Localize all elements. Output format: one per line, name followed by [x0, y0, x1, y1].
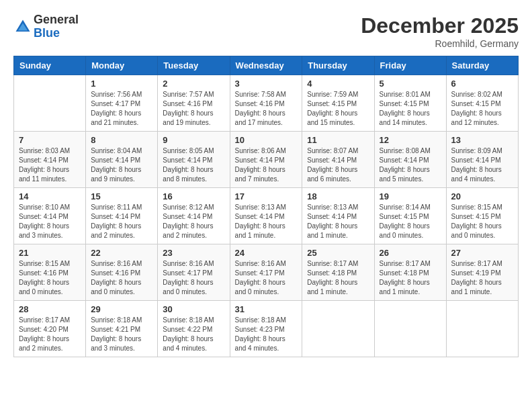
- day-number: 23: [163, 248, 224, 258]
- day-info: Sunrise: 8:05 AMSunset: 4:14 PMDaylight:…: [163, 146, 224, 184]
- calendar-cell: 13Sunrise: 8:09 AMSunset: 4:14 PMDayligh…: [446, 132, 518, 188]
- calendar-cell: 2Sunrise: 7:57 AMSunset: 4:16 PMDaylight…: [158, 75, 230, 132]
- day-info: Sunrise: 8:17 AMSunset: 4:20 PMDaylight:…: [19, 316, 81, 353]
- day-info: Sunrise: 8:16 AMSunset: 4:17 PMDaylight:…: [235, 259, 298, 297]
- calendar-cell: 19Sunrise: 8:14 AMSunset: 4:15 PMDayligh…: [374, 188, 446, 244]
- logo-icon: [13, 17, 32, 36]
- calendar-cell: 26Sunrise: 8:17 AMSunset: 4:18 PMDayligh…: [374, 244, 446, 301]
- day-info: Sunrise: 8:17 AMSunset: 4:18 PMDaylight:…: [380, 259, 441, 297]
- day-number: 31: [235, 304, 298, 314]
- month-title: December 2025: [361, 13, 519, 38]
- day-info: Sunrise: 8:08 AMSunset: 4:14 PMDaylight:…: [380, 146, 441, 184]
- day-info: Sunrise: 8:01 AMSunset: 4:15 PMDaylight:…: [380, 90, 441, 128]
- day-number: 3: [235, 79, 298, 89]
- calendar-cell: [302, 301, 374, 357]
- week-row-4: 21Sunrise: 8:15 AMSunset: 4:16 PMDayligh…: [14, 244, 519, 301]
- weekday-header-monday: Monday: [86, 56, 158, 75]
- calendar-cell: 29Sunrise: 8:18 AMSunset: 4:21 PMDayligh…: [86, 301, 158, 357]
- calendar-cell: 14Sunrise: 8:10 AMSunset: 4:14 PMDayligh…: [14, 188, 86, 244]
- calendar-cell: 24Sunrise: 8:16 AMSunset: 4:17 PMDayligh…: [230, 244, 302, 301]
- day-number: 12: [380, 135, 441, 145]
- day-number: 29: [91, 304, 152, 314]
- day-info: Sunrise: 7:56 AMSunset: 4:17 PMDaylight:…: [91, 90, 152, 128]
- logo-text: General Blue: [34, 13, 79, 40]
- day-number: 13: [451, 135, 513, 145]
- calendar-cell: [446, 301, 518, 357]
- location: Roemhild, Germany: [361, 38, 519, 49]
- logo: General Blue: [13, 13, 79, 40]
- weekday-header-tuesday: Tuesday: [158, 56, 230, 75]
- day-info: Sunrise: 8:18 AMSunset: 4:23 PMDaylight:…: [235, 316, 298, 353]
- weekday-header-row: SundayMondayTuesdayWednesdayThursdayFrid…: [14, 56, 519, 75]
- week-row-5: 28Sunrise: 8:17 AMSunset: 4:20 PMDayligh…: [14, 301, 519, 357]
- calendar-cell: 5Sunrise: 8:01 AMSunset: 4:15 PMDaylight…: [374, 75, 446, 132]
- day-info: Sunrise: 8:14 AMSunset: 4:15 PMDaylight:…: [380, 203, 441, 240]
- day-number: 5: [380, 79, 441, 89]
- title-section: December 2025 Roemhild, Germany: [361, 13, 519, 49]
- calendar-cell: 6Sunrise: 8:02 AMSunset: 4:15 PMDaylight…: [446, 75, 518, 132]
- weekday-header-saturday: Saturday: [446, 56, 518, 75]
- day-number: 11: [307, 135, 369, 145]
- calendar-cell: [374, 301, 446, 357]
- calendar-cell: 9Sunrise: 8:05 AMSunset: 4:14 PMDaylight…: [158, 132, 230, 188]
- calendar-cell: 3Sunrise: 7:58 AMSunset: 4:16 PMDaylight…: [230, 75, 302, 132]
- weekday-header-wednesday: Wednesday: [230, 56, 302, 75]
- day-number: 14: [19, 191, 81, 201]
- calendar-cell: 20Sunrise: 8:15 AMSunset: 4:15 PMDayligh…: [446, 188, 518, 244]
- calendar-cell: 27Sunrise: 8:17 AMSunset: 4:19 PMDayligh…: [446, 244, 518, 301]
- calendar: SundayMondayTuesdayWednesdayThursdayFrid…: [13, 56, 519, 357]
- calendar-cell: 10Sunrise: 8:06 AMSunset: 4:14 PMDayligh…: [230, 132, 302, 188]
- calendar-cell: 25Sunrise: 8:17 AMSunset: 4:18 PMDayligh…: [302, 244, 374, 301]
- day-info: Sunrise: 8:09 AMSunset: 4:14 PMDaylight:…: [451, 146, 513, 184]
- day-number: 25: [307, 248, 369, 258]
- day-number: 2: [163, 79, 224, 89]
- calendar-cell: 1Sunrise: 7:56 AMSunset: 4:17 PMDaylight…: [86, 75, 158, 132]
- calendar-cell: 4Sunrise: 7:59 AMSunset: 4:15 PMDaylight…: [302, 75, 374, 132]
- day-info: Sunrise: 8:13 AMSunset: 4:14 PMDaylight:…: [235, 203, 298, 240]
- day-number: 27: [451, 248, 513, 258]
- calendar-cell: 31Sunrise: 8:18 AMSunset: 4:23 PMDayligh…: [230, 301, 302, 357]
- day-number: 17: [235, 191, 298, 201]
- weekday-header-friday: Friday: [374, 56, 446, 75]
- day-info: Sunrise: 8:15 AMSunset: 4:15 PMDaylight:…: [451, 203, 513, 240]
- day-number: 18: [307, 191, 369, 201]
- calendar-cell: 12Sunrise: 8:08 AMSunset: 4:14 PMDayligh…: [374, 132, 446, 188]
- day-number: 1: [91, 79, 152, 89]
- day-info: Sunrise: 8:16 AMSunset: 4:17 PMDaylight:…: [163, 259, 224, 297]
- day-number: 21: [19, 248, 81, 258]
- day-number: 16: [163, 191, 224, 201]
- calendar-cell: 7Sunrise: 8:03 AMSunset: 4:14 PMDaylight…: [14, 132, 86, 188]
- day-number: 20: [451, 191, 513, 201]
- logo-blue: Blue: [34, 27, 79, 40]
- day-info: Sunrise: 8:17 AMSunset: 4:19 PMDaylight:…: [451, 259, 513, 297]
- day-info: Sunrise: 8:03 AMSunset: 4:14 PMDaylight:…: [19, 146, 81, 184]
- day-info: Sunrise: 8:10 AMSunset: 4:14 PMDaylight:…: [19, 203, 81, 240]
- day-info: Sunrise: 8:16 AMSunset: 4:16 PMDaylight:…: [91, 259, 152, 297]
- calendar-cell: 16Sunrise: 8:12 AMSunset: 4:14 PMDayligh…: [158, 188, 230, 244]
- day-info: Sunrise: 8:13 AMSunset: 4:14 PMDaylight:…: [307, 203, 369, 240]
- day-info: Sunrise: 8:17 AMSunset: 4:18 PMDaylight:…: [307, 259, 369, 297]
- day-info: Sunrise: 8:18 AMSunset: 4:21 PMDaylight:…: [91, 316, 152, 353]
- day-info: Sunrise: 8:12 AMSunset: 4:14 PMDaylight:…: [163, 203, 224, 240]
- day-number: 15: [91, 191, 152, 201]
- calendar-cell: 23Sunrise: 8:16 AMSunset: 4:17 PMDayligh…: [158, 244, 230, 301]
- calendar-cell: 30Sunrise: 8:18 AMSunset: 4:22 PMDayligh…: [158, 301, 230, 357]
- calendar-cell: 28Sunrise: 8:17 AMSunset: 4:20 PMDayligh…: [14, 301, 86, 357]
- calendar-cell: 15Sunrise: 8:11 AMSunset: 4:14 PMDayligh…: [86, 188, 158, 244]
- day-number: 22: [91, 248, 152, 258]
- day-info: Sunrise: 8:15 AMSunset: 4:16 PMDaylight:…: [19, 259, 81, 297]
- calendar-cell: 22Sunrise: 8:16 AMSunset: 4:16 PMDayligh…: [86, 244, 158, 301]
- calendar-cell: 18Sunrise: 8:13 AMSunset: 4:14 PMDayligh…: [302, 188, 374, 244]
- day-info: Sunrise: 8:04 AMSunset: 4:14 PMDaylight:…: [91, 146, 152, 184]
- day-number: 6: [451, 79, 513, 89]
- day-number: 30: [163, 304, 224, 314]
- day-number: 8: [91, 135, 152, 145]
- weekday-header-sunday: Sunday: [14, 56, 86, 75]
- day-number: 9: [163, 135, 224, 145]
- week-row-2: 7Sunrise: 8:03 AMSunset: 4:14 PMDaylight…: [14, 132, 519, 188]
- day-info: Sunrise: 7:59 AMSunset: 4:15 PMDaylight:…: [307, 90, 369, 128]
- day-info: Sunrise: 7:57 AMSunset: 4:16 PMDaylight:…: [163, 90, 224, 128]
- day-info: Sunrise: 8:07 AMSunset: 4:14 PMDaylight:…: [307, 146, 369, 184]
- day-info: Sunrise: 8:11 AMSunset: 4:14 PMDaylight:…: [91, 203, 152, 240]
- week-row-1: 1Sunrise: 7:56 AMSunset: 4:17 PMDaylight…: [14, 75, 519, 132]
